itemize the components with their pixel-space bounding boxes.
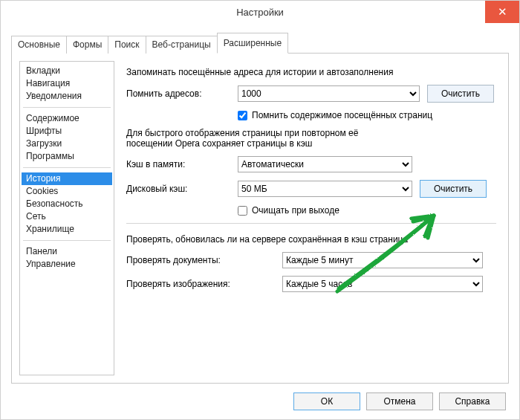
clear-on-exit-checkbox-input[interactable] — [238, 206, 247, 216]
check-images-select[interactable]: Каждые 5 часов — [282, 276, 483, 292]
memory-cache-select[interactable]: Автоматически — [238, 156, 412, 172]
settings-window: Настройки ✕ Основные Формы Поиск Веб-стр… — [0, 0, 520, 420]
sidebar-separator — [23, 240, 111, 241]
disk-cache-label: Дисковый кэш: — [126, 184, 238, 194]
clear-on-exit-checkbox[interactable]: Очищать при выходе — [238, 205, 339, 216]
tab-search[interactable]: Поиск — [108, 36, 146, 54]
sidebar-item-notifications[interactable]: Уведомления — [22, 90, 112, 103]
tab-strip: Основные Формы Поиск Веб-страницы Расшир… — [11, 32, 509, 54]
remember-content-checkbox-label: Помнить содержимое посещённых страниц — [252, 110, 432, 120]
content-area: Основные Формы Поиск Веб-страницы Расшир… — [1, 23, 519, 384]
cancel-button[interactable]: Отмена — [366, 392, 433, 410]
close-button[interactable]: ✕ — [485, 1, 519, 23]
sidebar-item-history[interactable]: История — [22, 172, 112, 185]
remember-addresses-select[interactable]: 1000 — [238, 85, 420, 102]
sidebar-item-tabs[interactable]: Вкладки — [22, 65, 112, 77]
remember-addresses-label: Помнить адресов: — [126, 88, 238, 99]
tab-general[interactable]: Основные — [11, 36, 67, 54]
sidebar-item-network[interactable]: Сеть — [22, 210, 112, 223]
memory-cache-label: Кэш в памяти: — [126, 159, 238, 169]
help-button[interactable]: Справка — [439, 392, 506, 410]
tab-forms[interactable]: Формы — [66, 36, 108, 54]
sidebar-item-panels[interactable]: Панели — [22, 245, 112, 258]
sidebar-item-security[interactable]: Безопасность — [22, 198, 112, 210]
sidebar-item-voice[interactable]: Управление — [22, 258, 112, 271]
clear-on-exit-checkbox-label: Очищать при выходе — [252, 205, 339, 216]
separator — [126, 223, 496, 224]
sidebar-item-downloads[interactable]: Загрузки — [22, 138, 112, 150]
check-images-label: Проверять изображения: — [126, 279, 282, 289]
ok-button[interactable]: ОК — [293, 392, 360, 410]
titlebar: Настройки ✕ — [1, 1, 519, 23]
sidebar-item-content[interactable]: Содержимое — [22, 112, 112, 125]
remember-content-checkbox[interactable]: Помнить содержимое посещённых страниц — [238, 110, 432, 120]
disk-cache-select[interactable]: 50 МБ — [238, 181, 412, 197]
revalidate-heading: Проверять, обновилась ли на сервере сохр… — [126, 234, 496, 245]
tab-panel: Вкладки Навигация Уведомления Содержимое… — [11, 54, 509, 384]
sidebar-separator — [23, 107, 111, 108]
window-title: Настройки — [1, 7, 519, 18]
sidebar-item-cookies[interactable]: Cookies — [22, 185, 112, 198]
close-icon: ✕ — [498, 5, 507, 19]
cache-description: Для быстрого отображения страницы при по… — [126, 128, 496, 149]
dialog-footer: ОК Отмена Справка — [1, 384, 519, 419]
remember-content-checkbox-input[interactable] — [238, 111, 247, 120]
sidebar-item-programs[interactable]: Программы — [22, 150, 112, 163]
check-docs-select[interactable]: Каждые 5 минут — [282, 252, 483, 268]
sidebar-separator — [23, 167, 111, 168]
sidebar-item-fonts[interactable]: Шрифты — [22, 125, 112, 138]
check-docs-label: Проверять документы: — [126, 255, 282, 265]
sidebar-item-storage[interactable]: Хранилище — [22, 223, 112, 236]
tab-webpages[interactable]: Веб-страницы — [146, 36, 218, 54]
tab-advanced[interactable]: Расширенные — [217, 33, 289, 54]
disk-cache-clear-button[interactable]: Очистить — [420, 180, 487, 198]
main-panel: Запоминать посещённые адреса для истории… — [122, 61, 501, 375]
history-clear-button[interactable]: Очистить — [427, 85, 494, 103]
sidebar: Вкладки Навигация Уведомления Содержимое… — [19, 61, 114, 375]
history-heading: Запоминать посещённые адреса для истории… — [126, 67, 496, 77]
sidebar-item-navigation[interactable]: Навигация — [22, 77, 112, 90]
